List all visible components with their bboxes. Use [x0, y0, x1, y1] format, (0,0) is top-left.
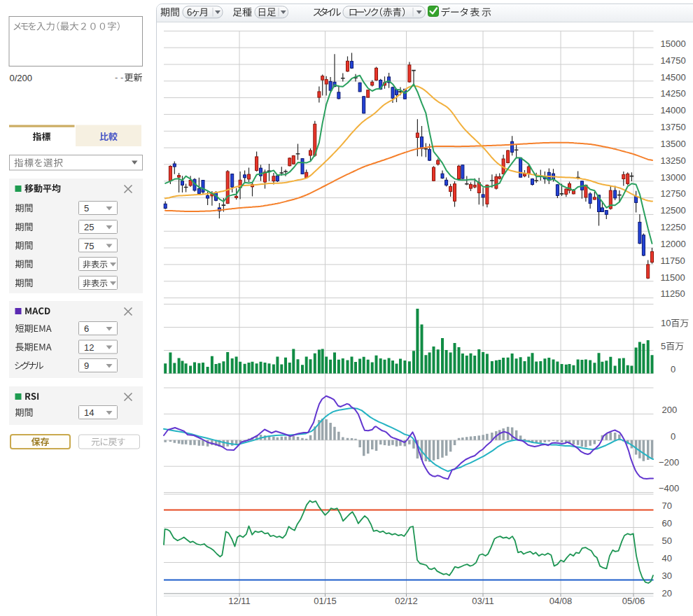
- svg-text:11500: 11500: [661, 272, 685, 283]
- svg-text:9: 9: [84, 360, 89, 371]
- svg-text:−200: −200: [659, 457, 679, 468]
- svg-text:5: 5: [84, 203, 89, 214]
- svg-text:14500: 14500: [661, 72, 686, 83]
- svg-text:70: 70: [662, 500, 672, 511]
- svg-text:- -: - -: [115, 72, 123, 83]
- svg-text:11250: 11250: [661, 288, 685, 299]
- svg-text:11750: 11750: [661, 255, 685, 266]
- svg-text:13750: 13750: [661, 122, 686, 132]
- svg-text:25: 25: [84, 222, 94, 232]
- svg-text:14250: 14250: [661, 88, 686, 99]
- svg-text:12000: 12000: [661, 239, 686, 249]
- svg-text:12750: 12750: [661, 188, 686, 199]
- svg-text:01/15: 01/15: [314, 596, 337, 606]
- svg-text:20: 20: [662, 588, 672, 598]
- svg-text:13500: 13500: [661, 139, 686, 149]
- svg-text:12250: 12250: [661, 222, 686, 232]
- svg-text:13000: 13000: [661, 172, 686, 183]
- svg-text:60: 60: [662, 518, 672, 528]
- svg-text:14000: 14000: [661, 105, 686, 115]
- svg-text:200: 200: [662, 405, 678, 415]
- svg-text:0/200: 0/200: [10, 73, 33, 83]
- svg-text:02/12: 02/12: [395, 596, 418, 606]
- svg-text:03/11: 03/11: [472, 596, 494, 606]
- svg-text:30: 30: [662, 570, 672, 581]
- svg-text:04/08: 04/08: [550, 596, 573, 606]
- svg-text:6: 6: [84, 323, 89, 334]
- svg-text:12: 12: [84, 342, 94, 353]
- svg-text:14750: 14750: [661, 55, 686, 66]
- svg-text:10: 10: [661, 318, 671, 328]
- svg-text:12500: 12500: [661, 205, 686, 216]
- svg-text:75: 75: [84, 241, 94, 251]
- svg-text:0: 0: [671, 431, 676, 442]
- svg-text:5: 5: [661, 341, 666, 351]
- svg-text:−400: −400: [659, 483, 679, 493]
- svg-text:13250: 13250: [661, 155, 686, 166]
- svg-text:15000: 15000: [661, 38, 686, 49]
- svg-text:12/11: 12/11: [228, 596, 251, 606]
- svg-text:40: 40: [662, 553, 672, 564]
- svg-text:50: 50: [662, 536, 672, 546]
- svg-text:05/06: 05/06: [622, 596, 645, 606]
- svg-text:0: 0: [671, 364, 676, 374]
- svg-text:14: 14: [84, 407, 94, 418]
